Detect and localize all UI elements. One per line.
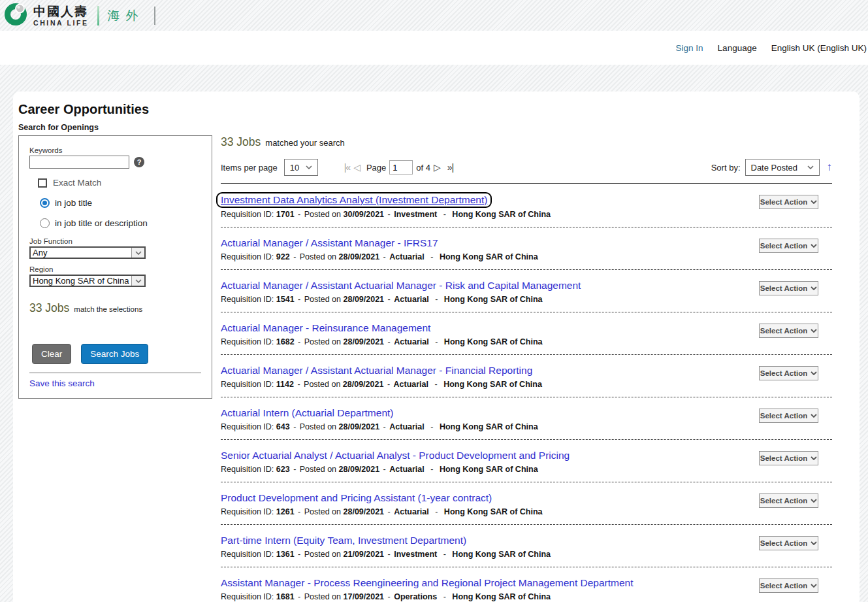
- location-value: Hong Kong SAR of China: [444, 507, 543, 516]
- select-action-button[interactable]: Select Action: [759, 536, 818, 550]
- requisition-id-value: 922: [276, 252, 290, 261]
- page-number-input[interactable]: [389, 160, 413, 175]
- region-select[interactable]: Hong Kong SAR of China: [29, 275, 146, 287]
- job-row: Product Development and Pricing Assistan…: [221, 482, 832, 524]
- last-page-icon[interactable]: »|: [447, 162, 453, 173]
- job-row: Actuarial Manager - Reinsurance Manageme…: [221, 312, 832, 354]
- keywords-input[interactable]: [29, 156, 129, 169]
- radio-in-job-title[interactable]: [40, 198, 50, 208]
- posted-on-label: Posted on: [304, 380, 340, 389]
- job-meta-line: Requisition ID: 1142 - Posted on 28/09/2…: [221, 380, 752, 389]
- exact-match-label: Exact Match: [53, 178, 101, 188]
- posted-date-value: 28/09/2021: [344, 295, 385, 304]
- clear-button[interactable]: Clear: [32, 344, 71, 364]
- department-value: Actuarial: [389, 422, 425, 431]
- job-row: Actuarial Manager / Assistant Actuarial …: [221, 355, 832, 397]
- region-label: Region: [29, 265, 201, 273]
- job-meta-line: Requisition ID: 1701 - Posted on 30/09/2…: [221, 210, 752, 219]
- posted-date-value: 28/09/2021: [344, 507, 385, 516]
- radio-in-job-title-label: in job title: [55, 198, 92, 208]
- job-title-link[interactable]: Part-time Intern (Equity Team, Investmen…: [221, 535, 466, 546]
- china-life-logo-icon: [5, 2, 27, 29]
- requisition-id-value: 1541: [276, 295, 295, 304]
- sign-in-link[interactable]: Sign In: [676, 43, 703, 53]
- requisition-id-value: 1681: [276, 592, 295, 601]
- help-icon[interactable]: ?: [134, 157, 144, 167]
- job-meta-line: Requisition ID: 643 - Posted on 28/09/20…: [221, 422, 752, 431]
- job-meta-line: Requisition ID: 1261 - Posted on 28/09/2…: [221, 507, 752, 516]
- language-label: Language: [718, 43, 757, 53]
- department-value: Actuarial: [394, 337, 429, 346]
- location-value: Hong Kong SAR of China: [452, 210, 551, 219]
- select-action-button[interactable]: Select Action: [759, 451, 818, 465]
- page-subtitle: Search for Openings: [18, 123, 860, 132]
- exact-match-checkbox[interactable]: [38, 178, 47, 188]
- chevron-down-icon: [131, 276, 144, 286]
- job-title-link[interactable]: Actuarial Intern (Actuarial Department): [221, 407, 393, 419]
- job-function-select[interactable]: Any: [29, 246, 146, 259]
- job-title-link[interactable]: Senior Actuarial Analyst / Actuarial Ana…: [221, 450, 570, 461]
- select-action-button[interactable]: Select Action: [759, 493, 818, 508]
- search-jobs-button[interactable]: Search Jobs: [81, 344, 148, 364]
- job-row: Assistant Manager - Process Reengineerin…: [221, 567, 832, 602]
- separator: -: [388, 550, 391, 559]
- results-count-suffix: matched your search: [265, 138, 344, 148]
- separator: -: [443, 210, 446, 219]
- select-action-button[interactable]: Select Action: [759, 409, 818, 423]
- separator: -: [298, 507, 300, 516]
- radio-in-job-title-or-description[interactable]: [40, 218, 50, 228]
- sort-by-select[interactable]: Date Posted: [745, 159, 820, 176]
- department-value: Investment: [394, 210, 437, 219]
- select-action-label: Select Action: [760, 582, 807, 590]
- select-action-button[interactable]: Select Action: [759, 281, 818, 295]
- radio-in-job-title-or-description-label: in job title or description: [55, 218, 148, 228]
- location-value: Hong Kong SAR of China: [440, 422, 538, 431]
- job-row: Actuarial Manager / Assistant Actuarial …: [221, 270, 832, 312]
- language-select[interactable]: English UK (English UK): [771, 43, 867, 53]
- posted-date-value: 28/09/2021: [339, 252, 380, 261]
- results-section: 33 Jobs matched your search Items per pa…: [221, 135, 832, 602]
- sort-direction-ascending-icon[interactable]: ↑: [827, 161, 833, 174]
- job-function-value: Any: [31, 248, 131, 258]
- department-value: Investment: [394, 550, 437, 559]
- next-page-icon[interactable]: ▷: [434, 162, 440, 173]
- job-title-link[interactable]: Product Development and Pricing Assistan…: [221, 492, 492, 504]
- posted-on-label: Posted on: [300, 465, 336, 474]
- requisition-id-value: 1142: [276, 380, 294, 389]
- department-value: Actuarial: [389, 252, 425, 261]
- select-action-button[interactable]: Select Action: [759, 195, 818, 209]
- requisition-id-label: Requisition ID:: [221, 380, 274, 389]
- separator: -: [387, 380, 390, 389]
- location-value: Hong Kong SAR of China: [452, 550, 551, 559]
- select-action-label: Select Action: [760, 369, 807, 377]
- select-action-button[interactable]: Select Action: [759, 366, 818, 380]
- posted-date-value: 30/09/2021: [344, 210, 385, 219]
- job-title-link[interactable]: Assistant Manager - Process Reengineerin…: [221, 577, 634, 589]
- select-action-label: Select Action: [760, 412, 807, 420]
- separator: -: [430, 422, 433, 431]
- first-page-icon[interactable]: |«: [344, 162, 350, 173]
- save-this-search-link[interactable]: Save this search: [29, 378, 95, 388]
- requisition-id-value: 1701: [276, 210, 295, 219]
- select-action-button[interactable]: Select Action: [759, 578, 818, 593]
- requisition-id-label: Requisition ID:: [221, 550, 274, 559]
- job-row: Actuarial Manager / Assistant Manager - …: [221, 227, 832, 269]
- brand-divider: [97, 6, 99, 25]
- job-title-link[interactable]: Actuarial Manager / Assistant Actuarial …: [221, 365, 532, 376]
- select-action-label: Select Action: [760, 198, 807, 206]
- location-value: Hong Kong SAR of China: [444, 295, 543, 304]
- job-title-link[interactable]: Actuarial Manager / Assistant Manager - …: [221, 237, 438, 249]
- job-title-link[interactable]: Actuarial Manager / Assistant Actuarial …: [221, 280, 581, 292]
- items-per-page-select[interactable]: 10: [284, 159, 318, 176]
- posted-on-label: Posted on: [304, 210, 341, 219]
- separator: -: [435, 380, 438, 389]
- job-title-link[interactable]: Investment Data Analytics Analyst (Inves…: [217, 193, 490, 207]
- previous-page-icon[interactable]: ◁: [353, 162, 360, 173]
- select-action-button[interactable]: Select Action: [759, 239, 818, 253]
- location-value: Hong Kong SAR of China: [443, 380, 542, 389]
- job-title-link[interactable]: Actuarial Manager - Reinsurance Manageme…: [221, 322, 430, 334]
- posted-on-label: Posted on: [300, 252, 336, 261]
- select-action-button[interactable]: Select Action: [759, 324, 818, 338]
- location-value: Hong Kong SAR of China: [440, 465, 538, 474]
- posted-on-label: Posted on: [304, 337, 341, 346]
